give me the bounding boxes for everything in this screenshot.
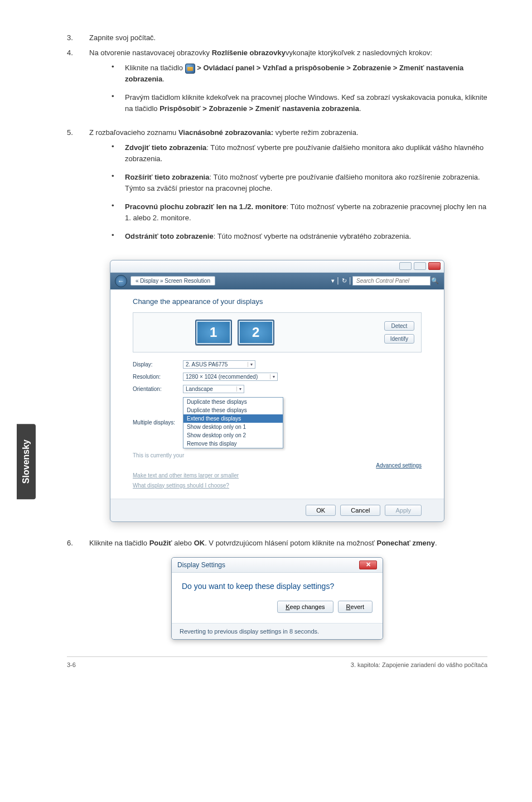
dropdown-option-selected[interactable]: Extend these displays [183,414,283,423]
text: . [435,539,437,547]
text: Na otvorenie nastavovacej obrazovky [89,49,212,57]
note-text-size[interactable]: Make text and other items larger or smal… [133,472,422,479]
multiple-displays-label: Multiple displays: [133,419,183,426]
step-body: Kliknite na tlačidlo Použiť alebo OK. V … [89,539,487,547]
text: . V potvrdzujúcom hlásení potom kliknite… [205,539,376,547]
close-button[interactable]: ✕ [359,561,377,569]
monitor-2[interactable]: 2 [238,320,274,345]
monitor-1[interactable]: 1 [195,320,232,345]
resolution-select[interactable]: 1280 × 1024 (recommended)▾ [183,373,278,381]
page-footer: 3-6 3. kapitola: Zapojenie zariadení do … [67,656,487,668]
option-item: Pracovnú plochu zobraziť len na 1./2. mo… [112,201,487,223]
chapter-title: 3. kapitola: Zapojenie zariadení do vášh… [351,661,487,668]
dropdown-option[interactable]: Show desktop only on 1 [183,423,283,431]
minimize-button[interactable] [399,262,412,270]
ok-button[interactable]: OK [306,505,336,516]
maximize-button[interactable] [414,262,426,270]
orientation-label: Orientation: [133,386,183,392]
nav-search: ▾ │ ↻ │ 🔍 [331,276,439,286]
option-title: Pracovnú plochu zobraziť len na 1./2. mo… [125,202,286,211]
screen-resolution-dialog: ← « Display » Screen Resolution ▾ │ ↻ │ … [110,260,444,522]
bold-text: OK [194,539,205,547]
bold-text: Ponechať zmeny [376,539,434,547]
display-label: Display: [133,361,183,368]
step-number: 3. [67,33,89,42]
option-title: Rozšíriť tieto zobrazenia [125,173,209,181]
dropdown-option[interactable]: Duplicate these displays [183,398,283,406]
titlebar [110,260,444,273]
step-5: 5. Z rozbaľovacieho zoznamu Viacnásobné … [67,128,487,250]
step-body: Z rozbaľovacieho zoznamu Viacnásobné zob… [89,128,487,250]
option-title: Odstrániť toto zobrazenie [125,232,214,240]
text: Kliknite na tlačidlo [125,64,185,72]
text: vykonajte ktorýkoľvek z nasledovných kro… [286,49,432,57]
bold-text: Použiť [149,539,172,547]
cancel-button[interactable]: Cancel [340,505,380,516]
step-3: 3. Zapnite svoj počítač. [67,33,487,42]
text: Kliknite na tlačidlo [89,539,149,547]
step-number: 5. [67,128,89,250]
confirm-dialog: Display Settings ✕ Do you want to keep t… [171,557,383,640]
nav-path: Prispôsobiť > Zobrazenie > Zmeniť nastav… [159,104,359,113]
search-icon[interactable]: 🔍 [431,277,439,284]
confirm-question: Do you want to keep these display settin… [182,582,373,591]
bold-text: Viacnásobné zobrazovania: [178,128,273,137]
dropdown-option[interactable]: Duplicate these displays [183,406,283,414]
option-item: Odstrániť toto zobrazenie: Túto možnosť … [112,231,487,242]
note-help[interactable]: What display settings should I choose? [133,482,422,489]
page-content: 3. Zapnite svoj počítač. 4. Na otvorenie… [0,0,532,770]
dialog-title: Display Settings [177,561,225,569]
orientation-select[interactable]: Landscape▾ [183,385,244,393]
substep: Kliknite na tlačidlo > Ovládací panel > … [112,62,487,84]
dialog-heading: Change the appearance of your displays [133,297,422,306]
keep-changes-button[interactable]: Keep changes [277,601,333,613]
start-icon [185,64,195,74]
confirm-footer: Reverting to previous display settings i… [172,623,383,639]
bold-text: Rozlíšenie obrazovky [212,49,286,57]
text: . [359,104,361,113]
back-button[interactable]: ← [115,275,127,287]
search-input[interactable] [352,276,431,286]
dropdown-option[interactable]: Remove this display [183,439,283,448]
close-button[interactable] [428,262,441,270]
monitor-preview: 1 2 Detect Identify [133,312,422,352]
step-number: 4. [67,49,89,122]
resolution-label: Resolution: [133,374,183,380]
step-6: 6. Kliknite na tlačidlo Použiť alebo OK.… [67,539,487,547]
multiple-displays-dropdown[interactable]: Duplicate these displays Duplicate these… [183,397,283,448]
breadcrumb[interactable]: « Display » Screen Resolution [130,276,215,286]
step-body: Na otvorenie nastavovacej obrazovky Rozl… [89,49,487,122]
step-number: 6. [67,539,89,547]
option-item: Zdvojiť tieto zobrazenia: Túto možnosť v… [112,142,487,164]
identify-button[interactable]: Identify [384,334,414,344]
nav-bar: ← « Display » Screen Resolution ▾ │ ↻ │ … [110,273,444,289]
option-item: Rozšíriť tieto zobrazenia: Túto možnosť … [112,172,487,194]
text: . [162,75,165,83]
dialog-titlebar: Display Settings ✕ [172,558,383,573]
note-current: This is currently your [133,452,422,458]
text: vyberte režim zobrazenia. [273,128,358,137]
text: alebo [172,539,194,547]
option-title: Zdvojiť tieto zobrazenia [125,143,206,152]
display-select[interactable]: 2. ASUS PA6775▾ [183,360,255,369]
apply-button[interactable]: Apply [385,505,422,516]
text: Z rozbaľovacieho zoznamu [89,128,178,137]
dropdown-option[interactable]: Show desktop only on 2 [183,431,283,439]
detect-button[interactable]: Detect [384,321,414,331]
advanced-settings-link[interactable]: Advanced settings [133,462,422,468]
step-4: 4. Na otvorenie nastavovacej obrazovky R… [67,49,487,122]
step-body: Zapnite svoj počítač. [89,33,487,42]
revert-button[interactable]: Revert [338,601,373,613]
substep: Pravým tlačidlom kliknite kdekoľvek na p… [112,92,487,114]
option-text: : Túto možnosť vyberte na odstránenie vy… [214,232,411,240]
page-number: 3-6 [67,661,76,668]
